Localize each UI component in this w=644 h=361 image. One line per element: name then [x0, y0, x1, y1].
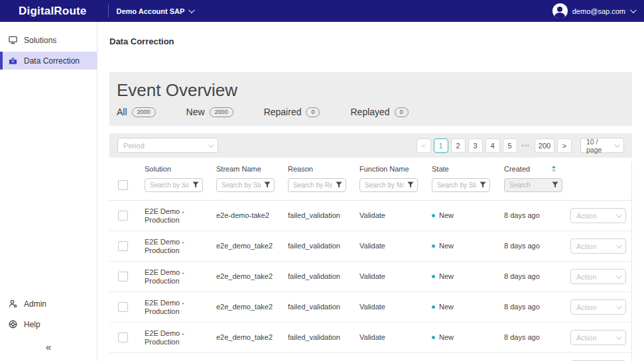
select-all-checkbox[interactable]: [118, 180, 128, 190]
topbar: DigitalRoute Demo Account SAP demo@sap.c…: [0, 0, 644, 22]
page-size-select[interactable]: 10 / page: [580, 138, 624, 153]
sidebar-item-help[interactable]: Help: [0, 315, 97, 333]
cell-created: 8 days ago: [504, 272, 570, 281]
filter-solution: [145, 178, 203, 192]
table-header: Solution Stream Name Reason Function Nam…: [109, 162, 631, 201]
sort-ascending-icon: [552, 166, 556, 168]
tab-count-badge: 2000: [132, 107, 156, 117]
main-content: Data Correction Event Overview All 2000 …: [97, 22, 644, 361]
row-action-select[interactable]: Action: [570, 238, 626, 254]
page-size-value: 10 / page: [586, 138, 614, 154]
cell-stream-name: e2e-demo-take2: [216, 211, 288, 220]
table-row: E2E Demo - Production e2e_demo_take2 fai…: [109, 231, 631, 262]
period-select[interactable]: Period: [117, 138, 218, 153]
pagination-page-2[interactable]: 2: [451, 138, 466, 153]
tab-replayed[interactable]: Replayed 0: [350, 107, 408, 117]
sidebar-item-admin[interactable]: Admin: [0, 295, 97, 313]
sidebar-item-solutions[interactable]: Solutions: [0, 31, 97, 49]
filter-function-name: [359, 178, 418, 192]
action-select-label: Action: [576, 212, 597, 220]
cell-state: New: [439, 333, 454, 342]
topbar-divider: [108, 5, 109, 18]
tab-repaired[interactable]: Repaired 0: [264, 107, 320, 117]
cell-state: New: [439, 242, 454, 250]
sidebar-item-label: Admin: [24, 299, 46, 309]
tab-all[interactable]: All 2000: [117, 107, 156, 117]
sidebar-item-label: Data Correction: [24, 56, 80, 66]
sort-descending-icon: [552, 170, 556, 172]
table-row: E2E Demo - Production e2e-demo-take2 fai…: [109, 201, 631, 231]
chevron-down-icon: [208, 142, 214, 147]
table-row: E2E Demo - Production e2e_demo_take2 fai…: [109, 292, 631, 323]
filter-stream-name: [216, 178, 275, 192]
sidebar-item-data-correction[interactable]: Data Correction: [0, 52, 97, 70]
chevron-down-icon: [616, 212, 621, 217]
cell-reason: failed_validation: [288, 272, 359, 281]
cell-solution: E2E Demo - Production: [145, 207, 206, 225]
cell-function-name: Validate: [359, 272, 432, 281]
row-checkbox[interactable]: [118, 302, 128, 312]
cell-stream-name: e2e_demo_take2: [216, 242, 288, 250]
table-row: E2E Demo - Production e2e_demo_take2 fai…: [109, 323, 631, 353]
row-action-select[interactable]: Action: [570, 299, 626, 315]
chevron-down-icon: [616, 303, 621, 309]
tab-count-badge: 0: [306, 107, 320, 117]
state-new-dot: [432, 305, 435, 309]
event-overview-panel: Event Overview All 2000 New 2000 Repaire…: [109, 72, 632, 126]
row-action-select[interactable]: Action: [570, 208, 626, 223]
events-table: Solution Stream Name Reason Function Nam…: [109, 162, 632, 361]
tab-new[interactable]: New 2000: [186, 107, 233, 117]
filter-icon: [480, 181, 486, 188]
cell-solution: E2E Demo - Production: [145, 299, 206, 316]
cell-state: New: [439, 211, 454, 220]
user-email: demo@sap.com: [572, 7, 625, 15]
tab-count-badge: 2000: [210, 107, 233, 117]
pagination-page-3[interactable]: 3: [468, 138, 483, 153]
cell-solution: E2E Demo - Production: [145, 329, 206, 346]
row-checkbox[interactable]: [118, 333, 128, 342]
table-row: E2E Demo - Production e2e_demo_take2 fai…: [109, 262, 631, 292]
tab-label: New: [186, 107, 205, 117]
sidebar-collapse-button[interactable]: «: [46, 341, 51, 352]
filter-state: [432, 178, 490, 192]
row-action-select[interactable]: Action: [570, 269, 626, 284]
filter-icon: [336, 181, 342, 188]
pagination-prev-button[interactable]: <: [417, 138, 431, 153]
cell-solution: E2E Demo - Production: [145, 268, 206, 285]
pagination: < 1 2 3 4 5 ••• 200 > 10 / page: [417, 138, 624, 153]
lifebuoy-icon: [8, 319, 18, 329]
sort-created-button[interactable]: [552, 166, 556, 172]
row-checkbox[interactable]: [118, 272, 128, 282]
chevron-down-icon: [616, 242, 621, 248]
row-checkbox[interactable]: [118, 241, 128, 251]
event-overview-title: Event Overview: [117, 79, 625, 101]
cell-created: 8 days ago: [504, 303, 570, 311]
table-toolbar: Period < 1 2 3 4 5 ••• 200 > 10 / page: [109, 133, 632, 158]
cell-state: New: [439, 303, 454, 311]
account-menu-label: Demo Account SAP: [117, 7, 185, 15]
tab-label: Repaired: [264, 107, 302, 117]
cell-solution: E2E Demo - Production: [145, 238, 206, 255]
pagination-page-1[interactable]: 1: [434, 138, 448, 153]
row-action-select[interactable]: Action: [570, 330, 626, 345]
table-row: E2E Demo - Production e2e_demo_take2 fai…: [109, 353, 631, 361]
pagination-next-button[interactable]: >: [557, 138, 572, 153]
cell-stream-name: e2e_demo_take2: [216, 272, 288, 281]
chevron-down-icon: [616, 334, 621, 339]
monitor-icon: [8, 35, 18, 45]
pagination-page-5[interactable]: 5: [503, 138, 517, 153]
sidebar-item-label: Help: [24, 320, 40, 329]
sidebar: Solutions Data Correction Admin H: [0, 22, 97, 361]
action-select-label: Action: [576, 242, 597, 250]
pagination-page-4[interactable]: 4: [485, 138, 500, 153]
cell-created: 8 days ago: [504, 211, 570, 220]
account-menu[interactable]: Demo Account SAP: [117, 7, 194, 15]
user-menu[interactable]: demo@sap.com: [552, 3, 635, 19]
cell-stream-name: e2e_demo_take2: [216, 303, 288, 311]
pagination-ellipsis: •••: [520, 142, 532, 149]
row-checkbox[interactable]: [118, 211, 128, 221]
pagination-page-200[interactable]: 200: [535, 138, 554, 153]
tab-count-badge: 0: [395, 107, 409, 117]
column-header-stream-name: Stream Name: [216, 165, 288, 178]
cell-function-name: Validate: [359, 211, 432, 220]
